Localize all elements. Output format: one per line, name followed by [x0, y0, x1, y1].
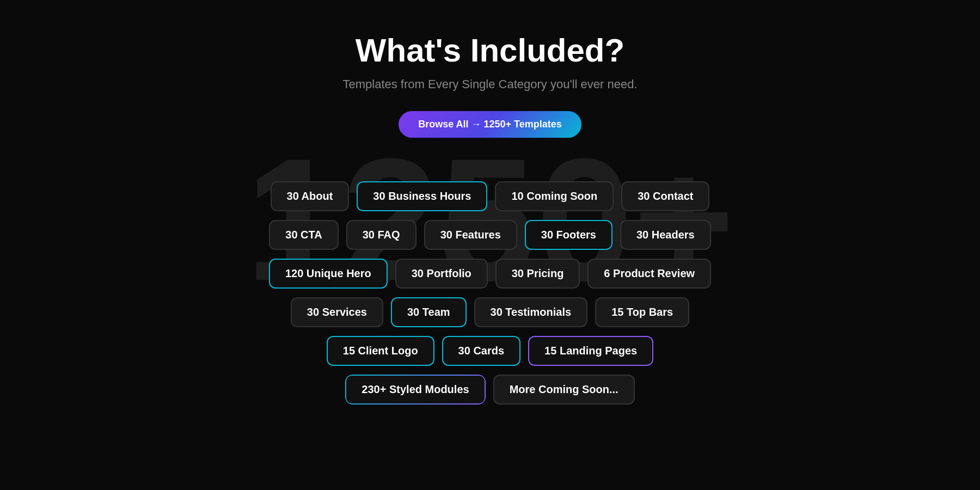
tag-item-1-4[interactable]: 30 Headers — [620, 220, 711, 250]
tag-item-0-1[interactable]: 30 Business Hours — [357, 181, 487, 211]
tag-item-1-2[interactable]: 30 Features — [424, 220, 517, 250]
tag-item-4-2[interactable]: 15 Landing Pages — [528, 336, 653, 366]
tag-item-5-1[interactable]: More Coming Soon... — [493, 375, 635, 405]
tags-row-3: 30 Services30 Team30 Testimonials15 Top … — [291, 297, 689, 327]
tag-item-1-1[interactable]: 30 FAQ — [346, 220, 416, 250]
tag-item-0-2[interactable]: 10 Coming Soon — [495, 181, 614, 211]
tags-container: 30 About30 Business Hours10 Coming Soon3… — [269, 181, 711, 405]
tags-row-4: 15 Client Logo30 Cards15 Landing Pages — [327, 336, 653, 366]
tag-item-0-3[interactable]: 30 Contact — [621, 181, 709, 211]
tag-item-3-1[interactable]: 30 Team — [391, 297, 467, 327]
page-subtitle: Templates from Every Single Category you… — [342, 77, 637, 91]
tags-row-5: 230+ Styled ModulesMore Coming Soon... — [345, 375, 634, 405]
tag-item-5-0[interactable]: 230+ Styled Modules — [345, 375, 485, 405]
tag-item-1-0[interactable]: 30 CTA — [269, 220, 338, 250]
tag-item-2-1[interactable]: 30 Portfolio — [395, 259, 488, 289]
tag-item-0-0[interactable]: 30 About — [271, 181, 350, 211]
tags-row-2: 120 Unique Hero30 Portfolio30 Pricing6 P… — [269, 259, 711, 289]
page-container: What's Included? Templates from Every Si… — [0, 0, 980, 490]
tag-item-4-0[interactable]: 15 Client Logo — [327, 336, 434, 366]
tag-item-2-2[interactable]: 30 Pricing — [495, 259, 580, 289]
tag-item-3-3[interactable]: 15 Top Bars — [595, 297, 689, 327]
tag-item-3-2[interactable]: 30 Testimonials — [474, 297, 588, 327]
tag-item-4-1[interactable]: 30 Cards — [442, 336, 521, 366]
tag-item-3-0[interactable]: 30 Services — [291, 297, 383, 327]
tag-item-1-3[interactable]: 30 Footers — [525, 220, 612, 250]
tag-item-2-3[interactable]: 6 Product Review — [587, 259, 711, 289]
tags-row-0: 30 About30 Business Hours10 Coming Soon3… — [271, 181, 710, 211]
tag-item-2-0[interactable]: 120 Unique Hero — [269, 259, 388, 289]
tags-row-1: 30 CTA30 FAQ30 Features30 Footers30 Head… — [269, 220, 710, 250]
big-number-wrapper: 1250+ 30 About30 Business Hours10 Coming… — [0, 149, 980, 405]
page-title: What's Included? — [356, 33, 624, 69]
